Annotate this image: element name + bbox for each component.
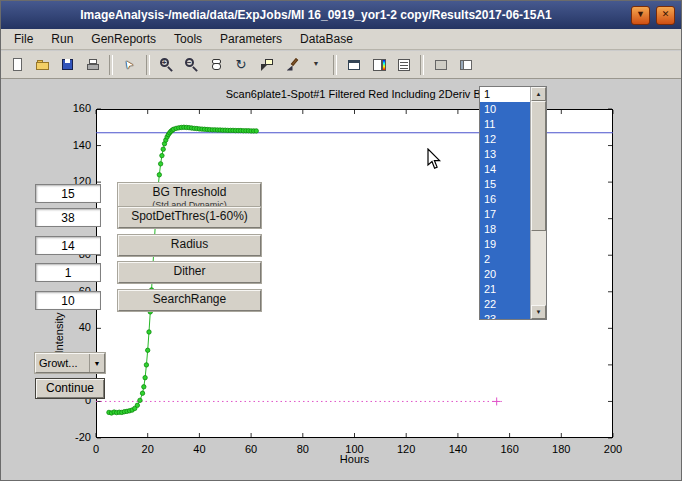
toolbar-separator bbox=[146, 55, 150, 75]
x-tick-label: 120 bbox=[391, 443, 421, 455]
insert-legend-button[interactable] bbox=[392, 53, 415, 76]
x-tick-label: 140 bbox=[443, 443, 473, 455]
hide-plot-tools-icon bbox=[433, 57, 449, 73]
listbox-item[interactable]: 18 bbox=[480, 222, 530, 237]
spotdetthres-1-60-field[interactable] bbox=[35, 208, 101, 227]
edit-cursor-icon bbox=[122, 57, 138, 73]
listbox-item[interactable]: 11 bbox=[480, 117, 530, 132]
insert-colorbar-icon bbox=[371, 57, 387, 73]
searchrange-label-button[interactable]: SearchRange bbox=[118, 290, 261, 311]
toolbar-separator bbox=[333, 55, 337, 75]
close-icon[interactable]: ✕ bbox=[656, 6, 675, 25]
y-tick-label: 40 bbox=[55, 321, 91, 333]
menu-item-run[interactable]: Run bbox=[42, 30, 82, 48]
rotate-3d-button[interactable] bbox=[230, 53, 253, 76]
growth-popup-menu[interactable]: Growt... ▼ bbox=[35, 353, 105, 373]
pan-button[interactable] bbox=[205, 53, 228, 76]
new-document-icon bbox=[10, 57, 26, 73]
listbox-item[interactable]: 22 bbox=[480, 297, 530, 312]
listbox-item[interactable]: 15 bbox=[480, 177, 530, 192]
x-tick-label: 60 bbox=[236, 443, 266, 455]
zoom-in-icon bbox=[159, 57, 175, 73]
x-tick-label: 0 bbox=[81, 443, 111, 455]
title-bar: ImageAnalysis-/media/data/ExpJobs/MI 16_… bbox=[1, 1, 681, 29]
button-label: SpotDetThres(1-60%) bbox=[119, 208, 260, 225]
data-cursor-button[interactable] bbox=[255, 53, 278, 76]
save-icon bbox=[60, 57, 76, 73]
listbox-item[interactable]: 14 bbox=[480, 162, 530, 177]
show-plot-tools-button[interactable] bbox=[454, 53, 477, 76]
button-label: SearchRange bbox=[119, 291, 260, 308]
x-tick-label: 180 bbox=[546, 443, 576, 455]
bg-threshold-field[interactable] bbox=[35, 184, 101, 203]
scrollbar-thumb[interactable] bbox=[531, 101, 546, 231]
dither-label-button[interactable]: Dither bbox=[118, 262, 261, 283]
continue-button[interactable]: Continue bbox=[35, 378, 105, 399]
growth-popup-value: Growt... bbox=[36, 357, 89, 369]
scrollbar-trough[interactable] bbox=[531, 101, 546, 305]
open-folder-button[interactable] bbox=[31, 53, 54, 76]
searchrange-field[interactable] bbox=[35, 291, 101, 310]
insert-colorbar-button[interactable] bbox=[367, 53, 390, 76]
radius-field[interactable] bbox=[35, 236, 101, 255]
print-button[interactable] bbox=[81, 53, 104, 76]
toolbar-separator bbox=[109, 55, 113, 75]
x-tick-label: 160 bbox=[495, 443, 525, 455]
pan-icon bbox=[209, 57, 225, 73]
link-plots-button[interactable] bbox=[342, 53, 365, 76]
spotdetthres-1-60-label-button[interactable]: SpotDetThres(1-60%) bbox=[118, 207, 261, 228]
y-tick-label: 140 bbox=[55, 139, 91, 151]
scan-listbox[interactable]: 110111213141516171819220212223 ▲ ▼ bbox=[479, 86, 547, 320]
brush-dropdown-icon bbox=[309, 57, 325, 73]
popup-arrow-icon[interactable]: ▼ bbox=[89, 354, 104, 372]
listbox-item[interactable]: 17 bbox=[480, 207, 530, 222]
rotate-3d-icon bbox=[234, 57, 250, 73]
toolbar bbox=[1, 51, 681, 79]
listbox-scrollbar[interactable]: ▲ ▼ bbox=[530, 87, 546, 319]
y-tick-label: -20 bbox=[55, 431, 91, 443]
print-icon bbox=[85, 57, 101, 73]
scroll-up-icon[interactable]: ▲ bbox=[531, 87, 546, 101]
menu-item-tools[interactable]: Tools bbox=[165, 30, 211, 48]
save-button[interactable] bbox=[56, 53, 79, 76]
button-label: Radius bbox=[119, 236, 260, 253]
insert-legend-icon bbox=[396, 57, 412, 73]
bg-threshold-label-button[interactable]: BG Threshold(Std and Dynamic) bbox=[118, 183, 261, 210]
brush-button[interactable] bbox=[280, 53, 303, 76]
listbox-item[interactable]: 2 bbox=[480, 252, 530, 267]
radius-label-button[interactable]: Radius bbox=[118, 235, 261, 256]
menu-item-genreports[interactable]: GenReports bbox=[82, 30, 165, 48]
listbox-item[interactable]: 20 bbox=[480, 267, 530, 282]
zoom-out-icon bbox=[184, 57, 200, 73]
listbox-item[interactable]: 12 bbox=[480, 132, 530, 147]
menu-item-parameters[interactable]: Parameters bbox=[211, 30, 291, 48]
x-tick-label: 80 bbox=[288, 443, 318, 455]
listbox-item[interactable]: 21 bbox=[480, 282, 530, 297]
listbox-item[interactable]: 16 bbox=[480, 192, 530, 207]
data-cursor-icon bbox=[259, 57, 275, 73]
listbox-item[interactable]: 13 bbox=[480, 147, 530, 162]
new-document-button[interactable] bbox=[6, 53, 29, 76]
listbox-item[interactable]: 23 bbox=[480, 312, 530, 319]
brush-icon bbox=[284, 57, 300, 73]
show-plot-tools-icon bbox=[458, 57, 474, 73]
listbox-item[interactable]: 10 bbox=[480, 102, 530, 117]
brush-dropdown-button[interactable] bbox=[305, 53, 328, 76]
x-tick-label: 200 bbox=[598, 443, 628, 455]
menu-item-file[interactable]: File bbox=[5, 30, 42, 48]
menu-item-database[interactable]: DataBase bbox=[291, 30, 362, 48]
dither-field[interactable] bbox=[35, 263, 101, 282]
open-folder-icon bbox=[35, 57, 51, 73]
hide-plot-tools-button[interactable] bbox=[429, 53, 452, 76]
zoom-out-button[interactable] bbox=[180, 53, 203, 76]
listbox-item[interactable]: 1 bbox=[480, 87, 530, 102]
edit-cursor-button[interactable] bbox=[118, 53, 141, 76]
minimize-icon[interactable]: ▼ bbox=[631, 6, 650, 25]
zoom-in-button[interactable] bbox=[155, 53, 178, 76]
scroll-down-icon[interactable]: ▼ bbox=[531, 305, 546, 319]
menu-bar: FileRunGenReportsToolsParametersDataBase bbox=[1, 29, 681, 50]
x-tick-label: 40 bbox=[184, 443, 214, 455]
x-tick-label: 20 bbox=[133, 443, 163, 455]
button-label: Dither bbox=[119, 263, 260, 280]
listbox-item[interactable]: 19 bbox=[480, 237, 530, 252]
